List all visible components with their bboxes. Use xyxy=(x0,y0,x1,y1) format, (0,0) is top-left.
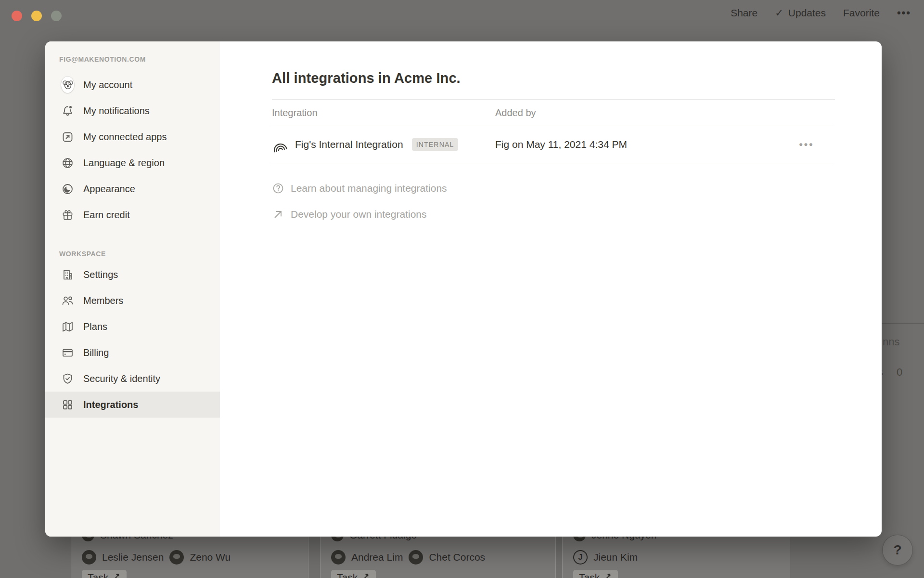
task-tag-label: Task xyxy=(88,572,108,578)
task-tag-label: Task xyxy=(579,572,600,578)
column-header-added-by: Added by xyxy=(495,107,778,118)
integration-name: Fig's Internal Integration xyxy=(295,139,403,150)
board-members-row: Andrea Lim Chet Corcos xyxy=(331,550,485,565)
hammer-icon xyxy=(112,572,121,578)
gift-icon xyxy=(61,209,74,222)
column-header-integration: Integration xyxy=(272,107,495,118)
arrow-up-right-icon xyxy=(272,208,284,221)
sidebar-item-billing[interactable]: Billing xyxy=(45,340,220,366)
avatar xyxy=(169,550,184,565)
sidebar-item-integrations[interactable]: Integrations xyxy=(45,392,220,418)
sidebar-item-my-connected-apps[interactable]: My connected apps xyxy=(45,124,220,150)
page-title: All integrations in Acme Inc. xyxy=(272,70,835,86)
more-menu-button[interactable]: ••• xyxy=(897,7,911,19)
sidebar-item-appearance[interactable]: Appearance xyxy=(45,176,220,202)
added-by-value: Fig on May 11, 2021 4:34 PM xyxy=(495,139,778,150)
integrations-table: Integration Added by xyxy=(272,99,835,163)
person-name: Zeno Wu xyxy=(190,552,231,563)
bell-icon xyxy=(61,105,74,118)
table-row: Fig's Internal Integration INTERNAL Fig … xyxy=(272,126,835,163)
sidebar-item-label: Language & region xyxy=(83,158,165,169)
sidebar-item-plans[interactable]: Plans xyxy=(45,314,220,340)
avatar xyxy=(331,550,346,565)
internal-badge: INTERNAL xyxy=(412,138,459,151)
sidebar-item-label: My notifications xyxy=(83,105,150,117)
user-avatar-icon xyxy=(61,79,74,92)
favorite-label: Favorite xyxy=(843,7,880,19)
task-tag: Task xyxy=(331,570,376,578)
globe-icon xyxy=(61,157,74,170)
hammer-icon xyxy=(361,572,370,578)
shield-check-icon xyxy=(61,372,74,385)
person-name: Jieun Kim xyxy=(593,552,638,563)
background-divider xyxy=(881,323,924,324)
sidebar-item-label: Earn credit xyxy=(83,210,130,221)
sidebar-item-label: Settings xyxy=(83,269,118,280)
settings-sidebar: FIG@MAKENOTION.COM My account xyxy=(45,41,220,537)
avatar xyxy=(409,550,423,565)
sidebar-item-my-account[interactable]: My account xyxy=(45,72,220,98)
background-text-fragment: nns xyxy=(883,336,899,348)
updates-label: Updates xyxy=(788,7,826,19)
sidebar-item-label: Integrations xyxy=(83,399,138,410)
moon-icon xyxy=(61,183,74,196)
building-icon xyxy=(61,268,74,281)
person-name: Andrea Lim xyxy=(351,552,403,563)
sidebar-item-label: Plans xyxy=(83,321,107,332)
credit-card-icon xyxy=(61,346,74,359)
window-topbar: Share ✓ Updates Favorite ••• xyxy=(731,7,911,19)
sidebar-item-label: Members xyxy=(83,295,123,306)
integrations-panel: All integrations in Acme Inc. Integratio… xyxy=(220,41,882,537)
sidebar-item-earn-credit[interactable]: Earn credit xyxy=(45,202,220,228)
row-more-button[interactable]: ••• xyxy=(799,139,814,150)
fragment-count: 0 xyxy=(897,366,902,379)
sidebar-item-my-notifications[interactable]: My notifications xyxy=(45,98,220,124)
arrow-out-box-icon xyxy=(61,131,74,144)
avatar xyxy=(82,550,96,565)
map-icon xyxy=(61,320,74,333)
sidebar-item-members[interactable]: Members xyxy=(45,288,220,314)
share-label: Share xyxy=(731,7,757,19)
board-members-row: Leslie Jensen Zeno Wu xyxy=(82,550,231,565)
link-label: Learn about managing integrations xyxy=(291,183,447,194)
check-icon: ✓ xyxy=(775,7,783,19)
account-email-label: FIG@MAKENOTION.COM xyxy=(59,55,220,63)
help-button[interactable]: ? xyxy=(882,535,913,565)
sidebar-item-settings[interactable]: Settings xyxy=(45,262,220,288)
task-tag: Task xyxy=(573,570,618,578)
sidebar-item-label: My account xyxy=(83,79,132,91)
updates-button[interactable]: ✓ Updates xyxy=(775,7,826,19)
sidebar-item-security-identity[interactable]: Security & identity xyxy=(45,366,220,392)
board-members-row: J Jieun Kim xyxy=(573,550,638,565)
settings-modal: FIG@MAKENOTION.COM My account xyxy=(45,41,882,537)
table-header-row: Integration Added by xyxy=(272,99,835,126)
avatar-letter: J xyxy=(573,550,588,565)
help-circle-icon xyxy=(272,182,284,195)
person-name: Leslie Jensen xyxy=(102,552,164,563)
traffic-close-button[interactable] xyxy=(12,11,22,21)
sidebar-item-language-region[interactable]: Language & region xyxy=(45,150,220,176)
task-tag: Task xyxy=(82,570,127,578)
sidebar-item-label: My connected apps xyxy=(83,131,167,143)
integration-logo-icon xyxy=(272,136,289,153)
develop-integrations-link[interactable]: Develop your own integrations xyxy=(272,207,835,222)
share-button[interactable]: Share xyxy=(731,7,757,19)
people-icon xyxy=(61,294,74,307)
person-name: Chet Corcos xyxy=(429,552,485,563)
learn-integrations-link[interactable]: Learn about managing integrations xyxy=(272,181,835,196)
grid-icon xyxy=(61,398,74,411)
workspace-section-label: WORKSPACE xyxy=(59,250,220,258)
favorite-button[interactable]: Favorite xyxy=(843,7,880,19)
sidebar-item-label: Billing xyxy=(83,347,109,358)
hammer-icon xyxy=(603,572,612,578)
task-tag-label: Task xyxy=(337,572,358,578)
link-label: Develop your own integrations xyxy=(291,209,427,220)
traffic-zoom-button[interactable] xyxy=(51,11,62,21)
traffic-minimize-button[interactable] xyxy=(31,11,42,21)
sidebar-item-label: Security & identity xyxy=(83,373,160,384)
sidebar-item-label: Appearance xyxy=(83,184,135,195)
